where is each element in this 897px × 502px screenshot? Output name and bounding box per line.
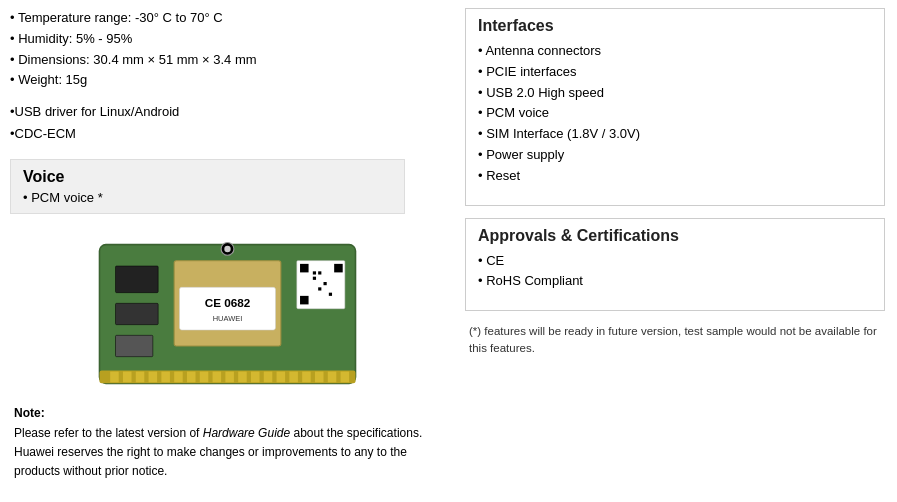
note-label: Note: — [14, 406, 45, 420]
interface-pcm: PCM voice — [478, 103, 872, 124]
svg-rect-4 — [136, 372, 145, 383]
voice-title: Voice — [23, 168, 392, 186]
driver-section: •USB driver for Linux/Android •CDC-ECM — [10, 101, 445, 145]
svg-text:HUAWEI: HUAWEI — [213, 315, 243, 324]
svg-rect-10 — [213, 372, 222, 383]
voice-item: • PCM voice * — [23, 190, 392, 205]
right-column: Interfaces Antenna connectors PCIE inter… — [465, 8, 885, 481]
approvals-title: Approvals & Certifications — [478, 227, 872, 245]
pcb-illustration: CE 0682 HUAWEI — [10, 234, 445, 394]
svg-rect-11 — [225, 372, 234, 383]
svg-rect-34 — [313, 277, 316, 280]
driver-linux: •USB driver for Linux/Android — [10, 101, 445, 123]
svg-point-39 — [224, 246, 230, 252]
svg-rect-33 — [318, 272, 321, 275]
feature-note: (*) features will be ready in future ver… — [465, 323, 885, 358]
svg-rect-25 — [116, 266, 159, 293]
specs-list: Temperature range: -30° C to 70° C Humid… — [10, 8, 445, 91]
svg-text:CE 0682: CE 0682 — [205, 296, 251, 309]
approval-rohs: RoHS Compliant — [478, 271, 872, 292]
driver-cdc: •CDC-ECM — [10, 123, 445, 145]
svg-rect-22 — [180, 288, 276, 331]
interface-power: Power supply — [478, 145, 872, 166]
svg-rect-18 — [315, 372, 324, 383]
interface-usb: USB 2.0 High speed — [478, 83, 872, 104]
pcb-image-area: CE 0682 HUAWEI — [10, 234, 445, 394]
svg-rect-32 — [313, 272, 316, 275]
svg-rect-37 — [329, 293, 332, 296]
svg-rect-6 — [161, 372, 170, 383]
voice-box: Voice • PCM voice * — [10, 159, 405, 214]
svg-rect-14 — [264, 372, 273, 383]
interface-sim: SIM Interface (1.8V / 3.0V) — [478, 124, 872, 145]
approval-ce: CE — [478, 251, 872, 272]
svg-rect-5 — [149, 372, 158, 383]
svg-rect-35 — [324, 282, 327, 285]
svg-rect-27 — [116, 336, 153, 357]
note-text: Please refer to the latest version of — [14, 426, 203, 440]
svg-rect-13 — [251, 372, 260, 383]
interface-antenna: Antenna connectors — [478, 41, 872, 62]
interfaces-box: Interfaces Antenna connectors PCIE inter… — [465, 8, 885, 206]
spec-weight: Weight: 15g — [10, 70, 445, 91]
main-container: Temperature range: -30° C to 70° C Humid… — [0, 0, 897, 489]
svg-rect-2 — [110, 372, 119, 383]
svg-rect-29 — [300, 264, 309, 273]
left-column: Temperature range: -30° C to 70° C Humid… — [10, 8, 465, 481]
approvals-list: CE RoHS Compliant — [478, 251, 872, 293]
svg-rect-8 — [187, 372, 196, 383]
svg-rect-3 — [123, 372, 132, 383]
approvals-box: Approvals & Certifications CE RoHS Compl… — [465, 218, 885, 312]
interfaces-list: Antenna connectors PCIE interfaces USB 2… — [478, 41, 872, 187]
svg-rect-16 — [289, 372, 298, 383]
note-section: Note: Please refer to the latest version… — [10, 404, 445, 481]
interface-pcie: PCIE interfaces — [478, 62, 872, 83]
spec-dimensions: Dimensions: 30.4 mm × 51 mm × 3.4 mm — [10, 50, 445, 71]
hardware-guide: Hardware Guide — [203, 426, 290, 440]
svg-rect-36 — [318, 288, 321, 291]
svg-rect-30 — [334, 264, 343, 273]
svg-rect-20 — [341, 372, 350, 383]
svg-rect-12 — [238, 372, 247, 383]
interface-reset: Reset — [478, 166, 872, 187]
svg-rect-15 — [277, 372, 286, 383]
svg-rect-26 — [116, 304, 159, 325]
svg-rect-9 — [200, 372, 209, 383]
svg-rect-19 — [328, 372, 337, 383]
svg-rect-17 — [302, 372, 311, 383]
spec-humidity: Humidity: 5% - 95% — [10, 29, 445, 50]
interfaces-title: Interfaces — [478, 17, 872, 35]
svg-rect-31 — [300, 296, 309, 305]
spec-temperature: Temperature range: -30° C to 70° C — [10, 8, 445, 29]
svg-rect-7 — [174, 372, 183, 383]
